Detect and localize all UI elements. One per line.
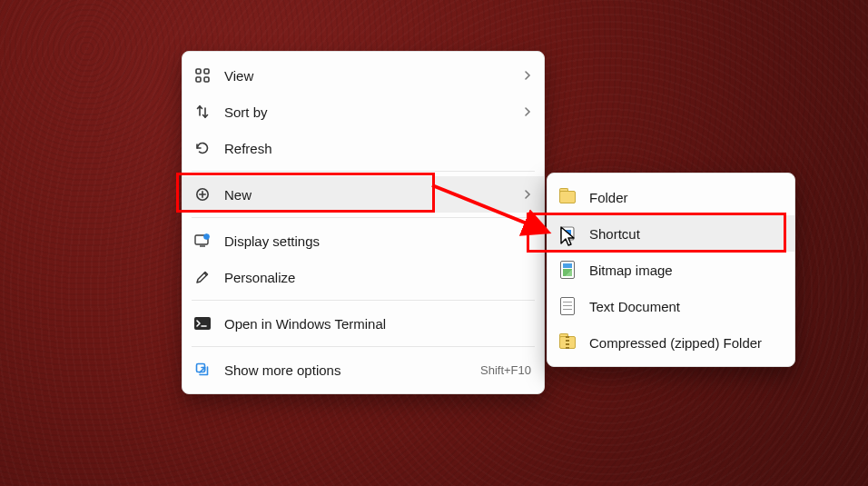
zip-folder-icon [558,333,577,352]
menu-item-display-settings[interactable]: Display settings [182,223,544,259]
svg-rect-1 [204,69,209,74]
submenu-item-folder[interactable]: Folder [547,179,794,215]
menu-item-label: Text Document [589,299,782,314]
more-options-icon [193,361,212,379]
svg-rect-7 [194,317,211,330]
svg-rect-0 [196,69,201,74]
menu-item-label: Open in Windows Terminal [224,316,531,332]
chevron-right-icon [518,104,531,120]
menu-item-open-in-windows-terminal[interactable]: Open in Windows Terminal [182,305,544,342]
menu-item-label: Refresh [224,141,531,156]
folder-icon [558,188,577,206]
menu-item-label: Compressed (zipped) Folder [589,335,782,351]
menu-item-label: Personalize [224,270,531,285]
menu-separator [192,346,535,347]
menu-item-new[interactable]: New [182,176,544,213]
submenu-item-compressed-folder[interactable]: Compressed (zipped) Folder [547,324,794,361]
menu-item-label: Display settings [224,233,531,249]
submenu-item-bitmap-image[interactable]: Bitmap image [547,252,794,288]
plus-circle-icon [193,185,212,203]
text-document-icon [558,297,577,315]
chevron-right-icon [518,187,531,203]
svg-point-6 [204,234,209,239]
menu-item-accelerator: Shift+F10 [471,363,531,377]
menu-item-personalize[interactable]: Personalize [182,259,544,295]
submenu-item-shortcut[interactable]: Shortcut [547,215,794,252]
menu-item-sort-by[interactable]: Sort by [182,94,544,130]
desktop-background: View Sort by Refresh [0,0,868,486]
menu-item-label: Sort by [224,104,506,120]
menu-item-refresh[interactable]: Refresh [182,130,544,166]
menu-item-label: View [224,68,506,84]
display-settings-icon [193,232,212,250]
terminal-icon [193,314,212,332]
menu-item-label: Folder [589,190,782,205]
desktop-context-menu: View Sort by Refresh [182,51,545,394]
chevron-right-icon [518,68,531,84]
menu-item-view[interactable]: View [182,57,544,94]
pencil-icon [193,268,212,286]
menu-item-label: Bitmap image [589,263,782,278]
submenu-item-text-document[interactable]: Text Document [547,288,794,324]
menu-separator [192,171,535,172]
menu-separator [192,300,535,301]
svg-rect-2 [196,77,201,82]
menu-item-show-more-options[interactable]: Show more options Shift+F10 [182,352,544,388]
sort-icon [193,103,212,121]
bitmap-image-icon [558,261,577,279]
menu-item-label: Shortcut [589,226,782,242]
menu-separator [192,217,535,218]
svg-rect-3 [204,77,209,82]
menu-item-label: Show more options [224,362,459,378]
grid-icon [193,66,212,84]
refresh-icon [193,139,212,157]
new-submenu: Folder Shortcut Bitmap image Text Docu [547,173,795,367]
menu-item-label: New [224,187,506,203]
shortcut-icon [558,224,577,243]
